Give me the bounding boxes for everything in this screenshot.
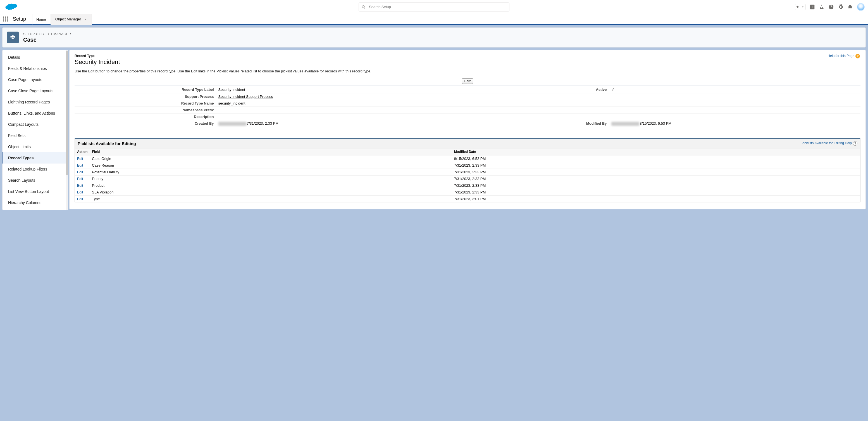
object-icon <box>7 32 19 43</box>
cell-field: SLA Violation <box>90 189 452 195</box>
context-bar: Setup Home Object Manager <box>0 14 868 25</box>
sidebar-item-object-limits[interactable]: Object Limits <box>2 141 67 152</box>
record-type-title: Security Incident <box>74 58 861 66</box>
label-modified-by: Modified By <box>467 120 609 127</box>
gear-icon[interactable] <box>838 4 843 10</box>
value-namespace-prefix <box>216 107 861 113</box>
edit-button[interactable]: Edit <box>462 78 473 84</box>
help-icon[interactable]: ? <box>856 54 860 58</box>
table-row: EditCase Origin8/15/2023, 6:53 PM <box>75 155 860 162</box>
user-avatar[interactable] <box>857 3 865 11</box>
help-for-this-page-link[interactable]: Help for this Page <box>828 54 854 58</box>
sidebar-item-case-close-page-layouts[interactable]: Case Close Page Layouts <box>2 85 67 96</box>
label-support-process: Support Process <box>74 93 216 100</box>
picklists-panel: Picklists Available for Editing Picklist… <box>74 138 861 202</box>
sidebar-item-case-page-layouts[interactable]: Case Page Layouts <box>2 74 67 85</box>
crumb-setup[interactable]: SETUP <box>23 32 35 36</box>
search-input[interactable] <box>369 5 506 9</box>
value-created-date: 7/31/2023, 2:33 PM <box>247 121 278 125</box>
picklists-header: Picklists Available for Editing Picklist… <box>75 139 860 148</box>
cell-modified: 7/31/2023, 2:33 PM <box>452 162 860 169</box>
col-action: Action <box>75 148 90 155</box>
sidebar-item-buttons-links-actions[interactable]: Buttons, Links, and Actions <box>2 108 67 119</box>
sidebar-item-compact-layouts[interactable]: Compact Layouts <box>2 119 67 130</box>
value-active-check-icon: ✓ <box>611 87 615 92</box>
value-record-type-label: Security Incident <box>216 86 468 93</box>
sidebar-item-record-types[interactable]: Record Types <box>2 152 67 164</box>
cell-field: Type <box>90 195 452 202</box>
favorites-control[interactable] <box>795 4 805 10</box>
help-icon[interactable]: ? <box>853 141 858 146</box>
sidebar-item-field-sets[interactable]: Field Sets <box>2 130 67 141</box>
col-modified-date: Modified Date <box>452 148 860 155</box>
app-launcher-icon[interactable] <box>3 17 8 22</box>
value-modified-by: 8/15/2023, 6:53 PM <box>609 120 861 127</box>
cell-modified: 7/31/2023, 2:33 PM <box>452 169 860 175</box>
value-record-type-name: security_incident <box>216 100 861 107</box>
sidebar-item-search-layouts[interactable]: Search Layouts <box>2 175 67 186</box>
label-namespace-prefix: Namespace Prefix <box>74 107 216 113</box>
page-title: Case <box>23 37 71 43</box>
page-help: Help for this Page? <box>828 54 860 58</box>
redacted-created-by-name <box>218 122 246 126</box>
crumb-object-manager[interactable]: OBJECT MANAGER <box>39 32 71 36</box>
table-row: EditPotential Liability7/31/2023, 2:33 P… <box>75 169 860 175</box>
col-field: Field <box>90 148 452 155</box>
edit-link[interactable]: Edit <box>77 177 83 181</box>
sidebar-item-list-view-button-layout[interactable]: List View Button Layout <box>2 186 67 197</box>
tab-home[interactable]: Home <box>32 14 51 25</box>
cell-modified: 7/31/2023, 2:33 PM <box>452 175 860 182</box>
edit-link[interactable]: Edit <box>77 170 83 174</box>
page-header: SETUP > OBJECT MANAGER Case <box>2 27 866 48</box>
cell-field: Case Origin <box>90 155 452 162</box>
tab-home-label: Home <box>36 17 46 22</box>
record-type-detail-table: Record Type Label Security Incident Acti… <box>74 86 861 127</box>
tab-object-manager-label: Object Manager <box>55 17 81 21</box>
label-description: Description <box>74 113 216 120</box>
search-box[interactable] <box>359 2 509 11</box>
edit-link[interactable]: Edit <box>77 197 83 201</box>
sidebar-item-related-lookup-filters[interactable]: Related Lookup Filters <box>2 164 67 175</box>
label-created-by: Created By <box>74 120 216 127</box>
picklists-title: Picklists Available for Editing <box>78 141 136 146</box>
trailhead-icon[interactable] <box>819 4 825 10</box>
picklists-help-link[interactable]: Picklists Available for Editing Help <box>802 141 852 145</box>
edit-link[interactable]: Edit <box>77 184 83 188</box>
chevron-down-icon[interactable] <box>84 18 87 21</box>
edit-link[interactable]: Edit <box>77 157 83 161</box>
star-icon <box>796 5 799 9</box>
table-row: EditPriority7/31/2023, 2:33 PM <box>75 175 860 182</box>
add-icon[interactable] <box>809 4 815 10</box>
sidebar: Details Fields & Relationships Case Page… <box>2 50 67 210</box>
sidebar-item-hierarchy-columns[interactable]: Hierarchy Columns <box>2 197 67 208</box>
layers-icon <box>10 34 16 40</box>
cell-field: Potential Liability <box>90 169 452 175</box>
cell-field: Product <box>90 182 452 189</box>
table-row: EditSLA Violation7/31/2023, 2:33 PM <box>75 189 860 195</box>
value-description <box>216 113 861 120</box>
table-row: EditProduct7/31/2023, 2:33 PM <box>75 182 860 189</box>
global-header <box>0 0 868 14</box>
sidebar-item-fields[interactable]: Fields & Relationships <box>2 63 67 74</box>
bell-icon[interactable] <box>847 4 853 10</box>
table-row: EditType7/31/2023, 3:01 PM <box>75 195 860 202</box>
header-actions <box>795 3 865 11</box>
record-type-section-label: Record Type <box>74 54 861 58</box>
sidebar-item-lightning-record-pages[interactable]: Lightning Record Pages <box>2 96 67 108</box>
cell-modified: 8/15/2023, 6:53 PM <box>452 155 860 162</box>
edit-link[interactable]: Edit <box>77 190 83 194</box>
support-process-link[interactable]: Security Incident Support Process <box>218 94 273 99</box>
app-name: Setup <box>13 16 26 22</box>
salesforce-logo-icon[interactable] <box>5 3 17 11</box>
label-active: Active <box>467 86 609 93</box>
tab-object-manager[interactable]: Object Manager <box>51 13 92 25</box>
main-content: Help for this Page? Record Type Security… <box>69 50 866 209</box>
sidebar-scrollbar[interactable] <box>66 50 68 210</box>
edit-link[interactable]: Edit <box>77 164 83 167</box>
picklists-table: Action Field Modified Date EditCase Orig… <box>75 148 860 202</box>
global-search <box>359 2 509 11</box>
sidebar-item-details[interactable]: Details <box>2 52 67 63</box>
cell-modified: 7/31/2023, 3:01 PM <box>452 195 860 202</box>
help-icon[interactable] <box>828 4 834 10</box>
cell-modified: 7/31/2023, 2:33 PM <box>452 182 860 189</box>
